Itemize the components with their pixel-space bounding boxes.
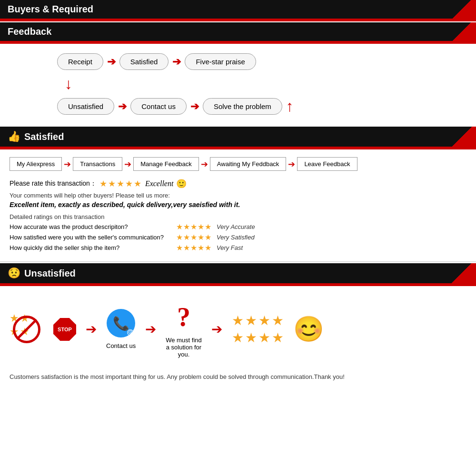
five-star-node: Five-star praise: [185, 53, 256, 70]
rating-row-2: How satisfied were you with the seller's…: [10, 233, 466, 242]
happy-face-block: 😊: [293, 315, 324, 344]
nav-arrow-1: ➔: [64, 159, 71, 169]
detailed-ratings-label: Detailed ratings on this transaction: [10, 213, 466, 220]
feedback-flow-section: Receipt ➔ Satisfied ➔ Five-star praise ↓…: [0, 44, 476, 125]
rating-q2: How satisfied were you with the seller's…: [10, 234, 171, 241]
nav-step-2: Transactions: [73, 157, 122, 171]
nav-arrow-2: ➔: [124, 159, 131, 169]
contact-us-block: 📞 @ Contact us: [106, 309, 136, 349]
rating-q1: How accurate was the product descripiton…: [10, 223, 171, 230]
arrow-to-stars: ➔: [211, 321, 222, 337]
rating-stars-3: ★★★★★: [176, 243, 212, 252]
big-stars-grid: ★ ★ ★ ★ ★ ★ ★ ★: [232, 313, 284, 346]
down-arrow-col: ↓: [57, 75, 80, 93]
rating-row-3: How quickly did the seller ship the item…: [10, 243, 466, 252]
at-icon: @: [127, 328, 133, 336]
rating-stars: ★★★★★: [99, 178, 142, 189]
smile-icon: 🙂: [176, 178, 187, 189]
arrow-to-contact: ➔: [86, 321, 97, 337]
arrow-r3: ➔: [118, 100, 127, 113]
arrow-r2: ➔: [172, 56, 181, 68]
rating-label-3: Very Fast: [217, 244, 243, 251]
rate-prompt: Please rate this transaction：: [10, 179, 97, 188]
phone-icon: 📞 @: [107, 309, 135, 337]
unsatisfied-title: Unsatisfied: [24, 268, 76, 279]
flow-row-2: Unsatisfied ➔ Contact us ➔ Solve the pro…: [57, 98, 294, 115]
arrow-r1: ➔: [107, 56, 116, 68]
big-stars-block: ★ ★ ★ ★ ★ ★ ★ ★: [232, 313, 284, 346]
sad-face-icon: 😟: [8, 267, 20, 279]
icons-row: ★ ★ ★ ★ STOP ➔ 📞 @ Contact us ➔: [10, 296, 466, 363]
question-figure-icon: ?: [169, 300, 198, 334]
nav-steps: My Aliexpress ➔ Transactions ➔ Manage Fe…: [10, 157, 466, 171]
top-red-bar: [0, 19, 476, 21]
rating-q3: How quickly did the seller ship the item…: [10, 244, 171, 251]
no-star-block: ★ ★ ★ ★: [10, 312, 44, 347]
comment-prompt: Your comments will help other buyers! Pl…: [10, 192, 466, 199]
thumbs-up-icon: 👍: [8, 130, 20, 143]
unsatisfied-header: 😟 Unsatisfied: [0, 263, 476, 283]
up-arrow-icon: ↑: [286, 98, 294, 115]
nav-arrow-4: ➔: [288, 159, 295, 169]
bottom-text: Customers satisfaction is the most impor…: [10, 372, 466, 382]
down-arrow-icon: ↓: [65, 75, 72, 93]
rating-row-1: How accurate was the product descripiton…: [10, 222, 466, 231]
down-arrow-container: ↓: [57, 75, 80, 93]
buyers-required-title: Buyers & Required: [8, 4, 93, 15]
no-star-icon: ★ ★ ★ ★: [10, 312, 44, 347]
unsatisfied-node: Unsatisfied: [57, 98, 114, 115]
satisfied-header: 👍 Satisfied: [0, 127, 476, 147]
nav-arrow-3: ➔: [201, 159, 208, 169]
flow-row-1: Receipt ➔ Satisfied ➔ Five-star praise: [57, 53, 256, 70]
contact-us-node: Contact us: [130, 98, 187, 115]
buyers-required-header: Buyers & Required: [0, 0, 476, 19]
unsatisfied-content: ★ ★ ★ ★ STOP ➔ 📞 @ Contact us ➔: [0, 286, 476, 392]
stop-sign-block: STOP: [53, 318, 76, 341]
rating-stars-2: ★★★★★: [176, 233, 212, 242]
satisfied-node: Satisfied: [119, 53, 169, 70]
arrow-to-solution: ➔: [145, 321, 156, 337]
find-solution-text: We must find a solution for you.: [166, 337, 202, 358]
rating-stars-1: ★★★★★: [176, 222, 212, 231]
arrow-r4: ➔: [190, 100, 199, 113]
nav-step-5: Leave Feedback: [297, 157, 357, 171]
flow-container: Receipt ➔ Satisfied ➔ Five-star praise ↓…: [19, 53, 457, 115]
excellent-label: Excellent: [145, 179, 174, 188]
nav-step-1: My Aliexpress: [10, 157, 62, 171]
rating-line: Please rate this transaction： ★★★★★ Exce…: [10, 178, 466, 189]
solve-problem-node: Solve the problem: [203, 98, 282, 115]
question-block: ? We must find a solution for you.: [166, 300, 202, 358]
satisfied-title: Satisfied: [24, 131, 64, 142]
stop-sign-icon: STOP: [53, 318, 76, 341]
receipt-node: Receipt: [57, 53, 103, 70]
question-mark: ?: [177, 302, 190, 332]
comment-text: Excellent item, exactly as described, qu…: [10, 201, 466, 208]
contact-label: Contact us: [106, 342, 136, 349]
happy-face-icon: 😊: [293, 315, 324, 344]
nav-step-4: Awaiting My Feddback: [210, 157, 287, 171]
satisfied-content: My Aliexpress ➔ Transactions ➔ Manage Fe…: [0, 149, 476, 262]
feedback-header: Feedback: [0, 22, 476, 41]
rating-label-1: Very Accurate: [217, 223, 255, 230]
feedback-title: Feedback: [8, 26, 51, 37]
rating-label-2: Very Satisfied: [217, 234, 255, 241]
nav-step-3: Manage Feedback: [133, 157, 199, 171]
